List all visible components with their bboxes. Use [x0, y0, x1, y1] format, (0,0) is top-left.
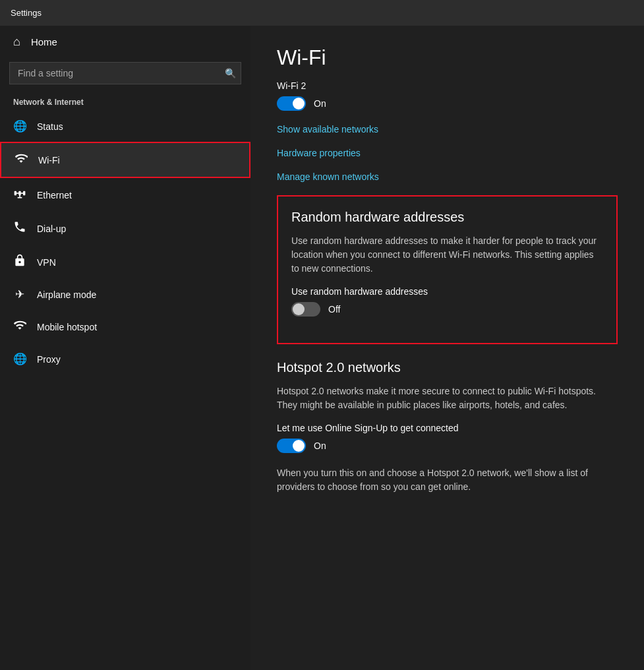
wifi-toggle-row: On [277, 96, 618, 111]
sidebar-item-ethernet[interactable]: Ethernet [0, 178, 250, 212]
hotspot-footer: When you turn this on and choose a Hotsp… [277, 466, 618, 494]
hotspot-description: Hotspot 2.0 networks make it more secure… [277, 384, 618, 412]
hotspot-toggle-state: On [314, 441, 326, 451]
random-hw-toggle-state: Off [328, 304, 340, 315]
wifi-icon [15, 152, 28, 168]
hotspot-toggle[interactable] [277, 439, 306, 453]
random-hardware-section: Random hardware addresses Use random har… [277, 195, 618, 344]
random-hw-toggle[interactable] [291, 302, 320, 317]
sidebar-item-label: Dial-up [37, 224, 66, 234]
hardware-properties-link[interactable]: Hardware properties [277, 148, 618, 158]
vpn-icon [13, 254, 26, 270]
sidebar-item-label: Mobile hotspot [37, 322, 97, 332]
sidebar-item-dialup[interactable]: Dial-up [0, 212, 250, 245]
manage-known-networks-link[interactable]: Manage known networks [277, 171, 618, 182]
random-hw-toggle-row: Off [291, 302, 603, 317]
main-layout: ⌂ Home 🔍 Network & Internet 🌐 Status Wi-… [0, 26, 644, 670]
search-icon[interactable]: 🔍 [225, 68, 236, 78]
ethernet-icon [13, 187, 26, 203]
sidebar-item-label: Wi-Fi [38, 155, 60, 166]
search-box: 🔍 [9, 62, 241, 84]
section-header: Network & Internet [0, 91, 250, 111]
sidebar-item-vpn[interactable]: VPN [0, 245, 250, 279]
hotspot-toggle-row: On [277, 439, 618, 453]
svg-rect-4 [19, 195, 20, 197]
sidebar-item-home[interactable]: ⌂ Home [0, 26, 250, 58]
page-title: Wi-Fi [277, 46, 618, 70]
status-icon: 🌐 [13, 119, 26, 133]
sidebar-item-label: Status [37, 121, 63, 132]
app-title: Settings [11, 8, 42, 18]
mobile-hotspot-icon [13, 319, 26, 335]
hotspot-title: Hotspot 2.0 networks [277, 360, 618, 375]
sidebar-item-proxy[interactable]: 🌐 Proxy [0, 344, 250, 375]
search-input[interactable] [9, 62, 241, 84]
proxy-icon: 🌐 [13, 352, 26, 366]
show-available-networks-link[interactable]: Show available networks [277, 124, 618, 135]
random-hw-title: Random hardware addresses [291, 210, 603, 225]
adapter-label: Wi-Fi 2 [277, 80, 618, 91]
title-bar: Settings [0, 0, 644, 26]
home-label: Home [31, 36, 57, 47]
svg-rect-3 [15, 193, 24, 194]
sidebar-item-status[interactable]: 🌐 Status [0, 111, 250, 142]
wifi-toggle[interactable] [277, 96, 306, 111]
airplane-icon: ✈ [13, 288, 26, 301]
sidebar-item-airplane[interactable]: ✈ Airplane mode [0, 279, 250, 310]
sidebar: ⌂ Home 🔍 Network & Internet 🌐 Status Wi-… [0, 26, 250, 670]
sidebar-item-label: VPN [37, 257, 56, 268]
wifi-toggle-state: On [314, 98, 326, 109]
sidebar-item-label: Airplane mode [37, 289, 96, 300]
sidebar-item-mobile-hotspot[interactable]: Mobile hotspot [0, 310, 250, 344]
random-hw-sub-label: Use random hardware addresses [291, 286, 603, 297]
sidebar-item-wifi[interactable]: Wi-Fi [0, 142, 250, 178]
hotspot-sub-label: Let me use Online Sign-Up to get connect… [277, 423, 618, 433]
random-hw-description: Use random hardware addresses to make it… [291, 234, 603, 276]
sidebar-item-label: Proxy [37, 354, 61, 365]
home-icon: ⌂ [13, 35, 20, 49]
dialup-icon [13, 220, 26, 237]
hotspot-section: Hotspot 2.0 networks Hotspot 2.0 network… [277, 360, 618, 494]
sidebar-item-label: Ethernet [37, 190, 72, 200]
svg-rect-5 [18, 197, 22, 198]
content-area: Wi-Fi Wi-Fi 2 On Show available networks… [250, 26, 644, 670]
